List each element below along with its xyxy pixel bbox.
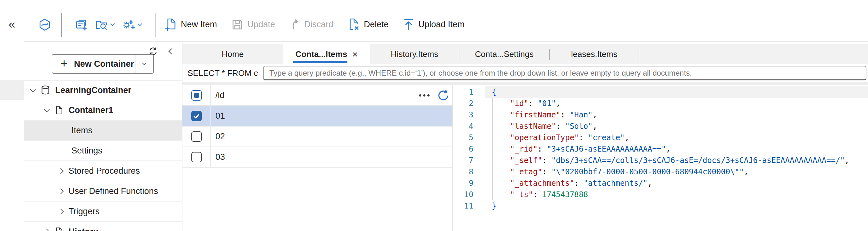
chevron-expanded-icon[interactable]	[30, 86, 35, 92]
main-panel: Home Conta...Items × History.Items Conta…	[182, 42, 868, 231]
tree-node-settings[interactable]: Settings	[24, 141, 182, 161]
item-id: 01	[211, 111, 453, 121]
code-token: ,	[845, 156, 849, 165]
new-item-button[interactable]: New Item	[165, 18, 217, 31]
code-token: "_attachments"	[510, 179, 574, 188]
code-token: :	[529, 99, 538, 108]
code-token: }	[492, 201, 496, 210]
code-token: :	[542, 167, 551, 176]
code-line: 11}	[453, 200, 868, 212]
code-token	[492, 167, 510, 176]
line-number: 10	[453, 189, 485, 200]
new-collection-button[interactable]	[75, 18, 88, 31]
row-checkbox[interactable]	[191, 111, 202, 121]
line-number: 8	[453, 166, 485, 178]
update-label: Update	[247, 20, 275, 30]
items-content: /id	[182, 85, 868, 231]
collapse-tree-icon[interactable]	[168, 48, 174, 54]
item-row[interactable]: 03	[182, 147, 453, 168]
chevron-down-icon	[138, 22, 142, 26]
chevron-collapsed-icon[interactable]	[58, 168, 63, 174]
row-checkbox[interactable]	[191, 152, 202, 162]
code-token	[492, 133, 510, 142]
toolbar-divider	[155, 13, 155, 37]
sidebar-header: + New Container	[24, 42, 182, 80]
upload-item-button[interactable]: Upload Item	[403, 19, 465, 31]
code-token: ,	[625, 133, 629, 142]
code-line: 8 "_etag": "\"0200bbf7-0000-0500-0000-68…	[453, 166, 868, 178]
tree-node-items[interactable]: Items	[24, 121, 182, 141]
tree-node-stored-procedures[interactable]: Stored Procedures	[24, 161, 182, 181]
tab-history-items[interactable]: History.Items	[370, 44, 459, 64]
new-container-button[interactable]: + New Container	[52, 54, 154, 74]
save-icon	[231, 19, 243, 30]
code-text: }	[485, 200, 868, 212]
code-lines: 1{2 "id": "01",3 "firstName": "Han",4 "l…	[453, 86, 868, 212]
tree-node-label: Stored Procedures	[68, 166, 140, 176]
discard-label: Discard	[304, 20, 334, 30]
line-number: 5	[453, 132, 485, 143]
left-rail	[0, 42, 24, 231]
line-number: 11	[453, 200, 485, 212]
tab-label: Conta...Items	[296, 49, 347, 59]
tab-home[interactable]: Home	[182, 44, 283, 64]
refresh-items-icon[interactable]	[437, 89, 449, 102]
upload-icon	[403, 19, 414, 31]
tree-node-history[interactable]: History	[24, 222, 182, 231]
line-number: 3	[453, 109, 485, 121]
tree-node-label: Container1	[68, 105, 113, 115]
code-token: "_self"	[510, 156, 542, 165]
tab-label: Home	[222, 49, 244, 59]
tab-container-items-active[interactable]: Conta...Items ×	[283, 44, 370, 64]
code-token: :	[533, 190, 542, 199]
line-number: 9	[453, 178, 485, 189]
query-predicate-input[interactable]	[263, 66, 866, 80]
tab-divider	[639, 49, 639, 60]
chevron-collapsed-icon[interactable]	[58, 188, 63, 194]
code-token: "id"	[510, 99, 529, 108]
select-all-checkbox[interactable]	[191, 90, 202, 101]
item-row[interactable]: 01	[182, 106, 453, 126]
row-checkbox[interactable]	[191, 131, 202, 142]
tab-label: leases.Items	[571, 49, 617, 59]
delete-button[interactable]: Delete	[348, 18, 389, 31]
new-container-dropdown[interactable]	[135, 55, 153, 73]
item-row[interactable]: 02	[182, 126, 453, 147]
active-tab-underline	[293, 61, 347, 63]
code-token: "dbs/3+sCAA==/colls/3+sCAJ6-asE=/docs/3+…	[551, 156, 845, 165]
chevron-expanded-icon[interactable]	[44, 106, 50, 112]
tree-node-container[interactable]: Container1	[24, 100, 182, 121]
code-token	[492, 99, 510, 108]
tab-leases-items[interactable]: leases.Items	[550, 44, 639, 64]
items-list-header: /id	[182, 85, 453, 106]
close-tab-icon[interactable]: ×	[352, 50, 358, 59]
tree-node-triggers[interactable]: Triggers	[24, 201, 182, 222]
json-document-editor[interactable]: 1{2 "id": "01",3 "firstName": "Han",4 "l…	[453, 85, 868, 231]
code-token: {	[492, 88, 496, 97]
code-token	[492, 156, 510, 165]
code-token: "_etag"	[510, 167, 542, 176]
chevron-collapsed-icon[interactable]	[58, 208, 63, 214]
code-text: "_self": "dbs/3+sCAA==/colls/3+sCAJ6-asE…	[485, 155, 868, 166]
query-bar: SELECT * FROM c	[182, 64, 868, 82]
tree-node-user-defined-functions[interactable]: User Defined Functions	[24, 181, 182, 201]
settings-dropdown-button[interactable]	[122, 19, 142, 31]
more-actions-icon[interactable]	[417, 92, 431, 99]
code-token: "attachments/"	[583, 179, 648, 188]
code-token	[492, 110, 510, 119]
tab-container-settings[interactable]: Conta...Settings	[459, 44, 549, 64]
collapse-sidebar-rail-button[interactable]: «	[0, 18, 24, 31]
new-collection-icon	[75, 18, 88, 31]
code-token: "Han"	[570, 110, 593, 119]
cosmos-db-icon[interactable]	[38, 18, 52, 31]
tree-node-database[interactable]: LearningContainer	[24, 80, 182, 100]
code-text: "_etag": "\"0200bbf7-0000-0500-0000-6809…	[485, 166, 868, 178]
browse-query-dropdown-button[interactable]	[95, 19, 114, 30]
line-number: 6	[453, 143, 485, 155]
code-token: "Solo"	[565, 122, 593, 131]
code-line: 3 "firstName": "Han",	[453, 109, 868, 121]
upload-item-label: Upload Item	[418, 20, 465, 30]
chevron-collapsed-icon[interactable]	[44, 229, 50, 231]
code-line: 7 "_self": "dbs/3+sCAA==/colls/3+sCAJ6-a…	[453, 155, 868, 166]
code-token: "_ts"	[510, 190, 533, 199]
